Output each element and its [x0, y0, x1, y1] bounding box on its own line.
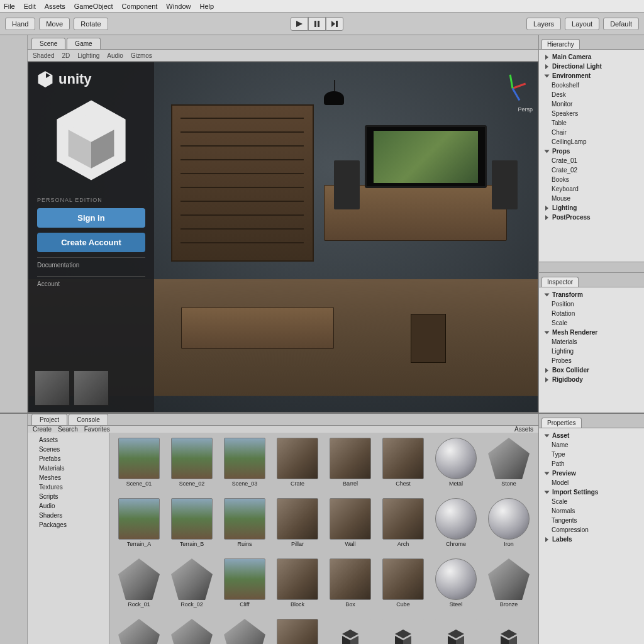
- asset-item[interactable]: Barrel: [326, 438, 375, 494]
- asset-item[interactable]: Cliff: [220, 558, 269, 615]
- pause-button[interactable]: [308, 17, 326, 31]
- hierarchy-item[interactable]: Keyboard: [543, 184, 640, 194]
- sign-in-button[interactable]: Sign in: [37, 208, 145, 228]
- scene-toolbar-lighting[interactable]: Lighting: [77, 52, 99, 59]
- asset-item[interactable]: Block: [273, 558, 322, 615]
- scene-toolbar-2d[interactable]: 2D: [62, 52, 70, 59]
- inspector-item[interactable]: Rotation: [543, 309, 640, 318]
- project-toolbar-create[interactable]: Create: [33, 426, 52, 433]
- asset-item[interactable]: Cube: [379, 558, 428, 615]
- tab-inspector[interactable]: Inspector: [541, 277, 579, 287]
- properties-item[interactable]: Path: [543, 459, 640, 469]
- inspector-item[interactable]: Rigidbody: [543, 375, 640, 384]
- folder-item[interactable]: Packages: [30, 520, 106, 530]
- disclosure-triangle-icon[interactable]: [545, 377, 548, 382]
- asset-item[interactable]: Logo: [484, 619, 533, 644]
- hierarchy-item[interactable]: CeilingLamp: [543, 137, 640, 147]
- asset-item[interactable]: Rock_02: [167, 558, 216, 615]
- asset-item[interactable]: Arch: [379, 498, 428, 555]
- folder-item[interactable]: Materials: [30, 464, 106, 473]
- properties-item[interactable]: Tangents: [543, 516, 640, 525]
- asset-item[interactable]: Scene_01: [114, 438, 164, 494]
- inspector-item[interactable]: Position: [543, 299, 640, 309]
- asset-item[interactable]: Logo: [379, 619, 428, 644]
- asset-item[interactable]: Chest: [379, 438, 428, 494]
- scene-toolbar-shaded[interactable]: Shaded: [33, 52, 54, 59]
- disclosure-triangle-icon[interactable]: [545, 150, 550, 153]
- asset-item[interactable]: Terrain_A: [114, 498, 164, 555]
- properties-item[interactable]: Scale: [543, 497, 640, 506]
- properties-item[interactable]: Normals: [543, 506, 640, 516]
- asset-item[interactable]: Wall: [326, 498, 375, 555]
- hierarchy-item[interactable]: Table: [543, 118, 640, 128]
- menu-item-gameobject[interactable]: GameObject: [74, 3, 113, 10]
- menu-item-help[interactable]: Help: [199, 3, 214, 10]
- hierarchy-item[interactable]: Mouse: [543, 194, 640, 203]
- disclosure-triangle-icon[interactable]: [545, 55, 548, 60]
- inspector-item[interactable]: Materials: [543, 337, 640, 347]
- orientation-gizmo[interactable]: [495, 70, 530, 105]
- asset-item[interactable]: Iron: [484, 498, 533, 555]
- inspector-item[interactable]: Scale: [543, 318, 640, 328]
- asset-item[interactable]: Metal: [431, 438, 480, 494]
- disclosure-triangle-icon[interactable]: [545, 206, 548, 211]
- folder-item[interactable]: Textures: [30, 482, 106, 492]
- tab-hierarchy[interactable]: Hierarchy: [541, 39, 580, 49]
- tool-hand[interactable]: Hand: [5, 18, 35, 30]
- disclosure-triangle-icon[interactable]: [545, 472, 550, 475]
- project-tab-console[interactable]: Console: [69, 414, 108, 425]
- hierarchy-item[interactable]: Crate_02: [543, 165, 640, 175]
- hierarchy-item[interactable]: PostProcess: [543, 213, 640, 222]
- properties-item[interactable]: Asset: [543, 431, 640, 440]
- scene-toolbar-gizmos[interactable]: Gizmos: [131, 52, 152, 59]
- disclosure-triangle-icon[interactable]: [545, 331, 550, 334]
- scene-viewport[interactable]: unity PERSONAL EDITION Sign in Create Ac…: [28, 62, 538, 413]
- properties-item[interactable]: Preview: [543, 469, 640, 478]
- hierarchy-item[interactable]: Speakers: [543, 109, 640, 118]
- asset-item[interactable]: Shape_A: [114, 619, 164, 644]
- hierarchy-item[interactable]: Monitor: [543, 99, 640, 109]
- asset-item[interactable]: Steel: [431, 558, 480, 615]
- folder-item[interactable]: Scenes: [30, 445, 106, 454]
- hierarchy-item[interactable]: Lighting: [543, 203, 640, 213]
- properties-item[interactable]: Type: [543, 450, 640, 459]
- menu-item-assets[interactable]: Assets: [45, 3, 65, 10]
- hierarchy-item[interactable]: Desk: [543, 90, 640, 99]
- properties-item[interactable]: Compression: [543, 525, 640, 535]
- menu-item-window[interactable]: Window: [166, 3, 191, 10]
- asset-item[interactable]: Logo: [431, 619, 480, 644]
- overlay-link-account[interactable]: Account: [37, 276, 145, 291]
- folder-item[interactable]: Assets: [30, 435, 106, 445]
- properties-item[interactable]: Model: [543, 478, 640, 487]
- folder-item[interactable]: Meshes: [30, 473, 106, 482]
- menu-item-edit[interactable]: Edit: [24, 3, 36, 10]
- asset-item[interactable]: Logo: [326, 619, 375, 644]
- scene-tab-game[interactable]: Game: [67, 38, 100, 49]
- asset-item[interactable]: Shape_C: [220, 619, 269, 644]
- hierarchy-item[interactable]: Bookshelf: [543, 80, 640, 90]
- disclosure-triangle-icon[interactable]: [545, 64, 548, 69]
- asset-item[interactable]: Scene_03: [220, 438, 269, 494]
- project-toolbar-search[interactable]: Search: [58, 426, 78, 433]
- toolbar-layout[interactable]: Layout: [565, 18, 599, 30]
- properties-item[interactable]: Import Settings: [543, 487, 640, 497]
- asset-item[interactable]: Crate: [273, 438, 322, 494]
- asset-item[interactable]: Scene_02: [167, 438, 216, 494]
- folder-item[interactable]: Audio: [30, 501, 106, 511]
- asset-item[interactable]: Pillar: [273, 498, 322, 555]
- tool-move[interactable]: Move: [39, 18, 70, 30]
- overlay-link-docs[interactable]: Documentation: [37, 257, 145, 272]
- inspector-item[interactable]: Lighting: [543, 347, 640, 356]
- project-tab-project[interactable]: Project: [31, 414, 67, 425]
- inspector-item[interactable]: Box Collider: [543, 365, 640, 375]
- hierarchy-item[interactable]: Props: [543, 147, 640, 156]
- menu-item-file[interactable]: File: [4, 3, 15, 10]
- project-toolbar-favorites[interactable]: Favorites: [84, 426, 110, 433]
- properties-item[interactable]: Name: [543, 440, 640, 450]
- toolbar-layers[interactable]: Layers: [526, 18, 561, 30]
- asset-item[interactable]: Crate_B: [273, 619, 322, 644]
- hierarchy-item[interactable]: Directional Light: [543, 62, 640, 71]
- hierarchy-item[interactable]: Crate_01: [543, 156, 640, 165]
- tab-properties[interactable]: Properties: [541, 418, 582, 428]
- folder-item[interactable]: Shaders: [30, 511, 106, 520]
